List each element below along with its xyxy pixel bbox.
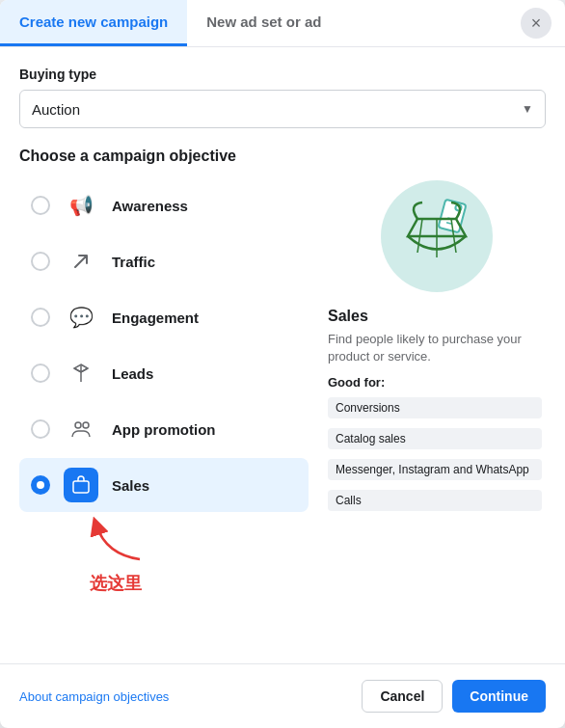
leads-label: Leads: [112, 365, 153, 382]
sales-illustration: [379, 178, 495, 294]
buying-type-label: Buying type: [19, 67, 546, 82]
tag-conversions: Conversions: [328, 397, 542, 418]
traffic-label: Traffic: [112, 254, 155, 270]
good-for-label: Good for:: [328, 375, 546, 390]
footer-buttons: Cancel Continue: [362, 680, 546, 713]
svg-point-2: [83, 422, 89, 428]
close-button[interactable]: ×: [521, 8, 552, 39]
annotation-text: 选这里: [90, 572, 142, 595]
app-promotion-label: App promotion: [112, 421, 215, 438]
awareness-label: Awareness: [112, 198, 188, 214]
app-promotion-icon: [64, 412, 98, 446]
tags-list: Conversions Catalog sales Messenger, Ins…: [328, 397, 546, 517]
radio-leads: [31, 364, 50, 383]
two-col-layout: 📢 Awareness Traffic 💬: [19, 178, 546, 593]
modal-body: Buying type Auction ▼ Choose a campaign …: [0, 47, 565, 663]
sales-icon: [64, 468, 98, 502]
modal-header: Create new campaign New ad set or ad ×: [0, 0, 565, 47]
section-title: Choose a campaign objective: [19, 148, 546, 165]
objective-sales[interactable]: Sales: [19, 458, 309, 512]
continue-button[interactable]: Continue: [452, 680, 546, 713]
buying-type-value: Auction: [32, 101, 80, 118]
about-campaign-objectives-link[interactable]: About campaign objectives: [19, 689, 169, 704]
objective-leads[interactable]: Leads: [19, 346, 309, 400]
radio-sales: [31, 475, 50, 495]
radio-engagement: [31, 308, 50, 327]
engagement-icon: 💬: [64, 300, 98, 335]
objective-traffic[interactable]: Traffic: [19, 234, 309, 288]
right-panel-description: Find people likely to purchase your prod…: [328, 331, 546, 365]
tab-new-ad[interactable]: New ad set or ad: [187, 0, 340, 46]
objective-awareness[interactable]: 📢 Awareness: [19, 178, 309, 232]
radio-traffic: [31, 252, 50, 271]
tab-create-campaign[interactable]: Create new campaign: [0, 0, 187, 46]
modal: Create new campaign New ad set or ad × B…: [0, 0, 565, 728]
sales-label: Sales: [112, 477, 149, 494]
svg-rect-3: [73, 481, 89, 493]
objective-engagement[interactable]: 💬 Engagement: [19, 290, 309, 344]
arrow-container: 选这里: [77, 516, 154, 595]
radio-awareness: [31, 196, 50, 215]
objective-app-promotion[interactable]: App promotion: [19, 402, 309, 456]
leads-icon: [64, 356, 98, 391]
chevron-down-icon: ▼: [522, 102, 533, 116]
tag-calls: Calls: [328, 490, 542, 511]
tag-catalog-sales: Catalog sales: [328, 428, 542, 449]
tag-messenger: Messenger, Instagram and WhatsApp: [328, 459, 542, 480]
buying-type-dropdown[interactable]: Auction ▼: [19, 90, 546, 128]
cancel-button[interactable]: Cancel: [362, 680, 443, 713]
traffic-icon: [64, 244, 98, 279]
radio-app-promotion: [31, 419, 50, 439]
engagement-label: Engagement: [112, 310, 199, 326]
modal-footer: About campaign objectives Cancel Continu…: [0, 663, 565, 728]
annotation: 选这里: [19, 516, 309, 593]
svg-point-1: [75, 422, 81, 428]
awareness-icon: 📢: [64, 188, 98, 223]
right-panel-title: Sales: [328, 308, 546, 325]
right-panel: Sales Find people likely to purchase you…: [309, 178, 546, 593]
objectives-list: 📢 Awareness Traffic 💬: [19, 178, 309, 593]
annotation-arrow: [77, 516, 154, 564]
